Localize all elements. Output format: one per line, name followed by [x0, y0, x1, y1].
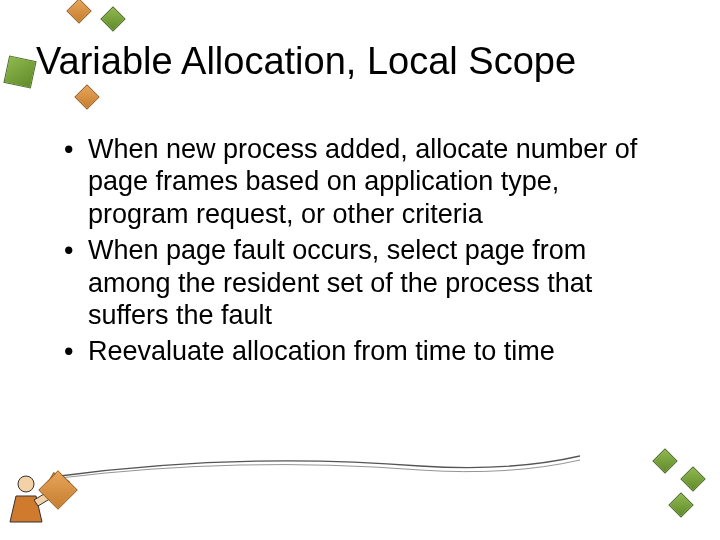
decoration-box-icon: [680, 466, 705, 491]
svg-point-0: [18, 476, 34, 492]
decoration-box-icon: [3, 55, 36, 88]
bullet-item: Reevaluate allocation from time to time: [60, 335, 650, 367]
swoosh-decoration-icon: [60, 446, 580, 486]
slide-title: Variable Allocation, Local Scope: [36, 40, 690, 83]
decoration-box-icon: [100, 6, 125, 31]
decoration-box-icon: [652, 448, 677, 473]
bullet-list: When new process added, allocate number …: [60, 133, 650, 368]
decoration-box-icon: [66, 0, 91, 24]
bullet-item: When new process added, allocate number …: [60, 133, 650, 230]
decoration-box-icon: [668, 492, 693, 517]
bullet-item: When page fault occurs, select page from…: [60, 234, 650, 331]
slide-container: Variable Allocation, Local Scope When ne…: [0, 0, 720, 540]
decoration-box-icon: [74, 84, 99, 109]
